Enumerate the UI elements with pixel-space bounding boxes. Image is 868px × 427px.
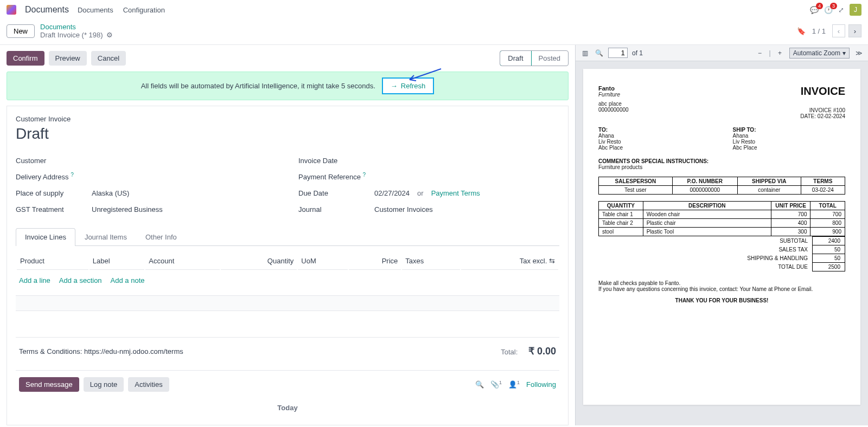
inv-ship-h: SHIP TO: xyxy=(733,127,846,133)
pdf-page-input[interactable] xyxy=(608,48,628,58)
attachment-icon[interactable]: 📎1 xyxy=(490,380,502,389)
inv-payable: Make all checks payable to Fanto. xyxy=(598,280,845,286)
pdf-body[interactable]: Fanto Furniture abc place 0000000000 INV… xyxy=(576,61,868,425)
inv-comments: Furniture products xyxy=(598,164,845,170)
terms-text[interactable]: Terms & Conditions: https://edu-nmj.odoo… xyxy=(19,347,183,355)
top-nav: Documents Configuration xyxy=(78,6,165,14)
add-note[interactable]: Add a note xyxy=(111,276,145,284)
gear-icon[interactable]: ⚙ xyxy=(106,31,113,39)
app-brand: Documents xyxy=(25,5,69,15)
field-due-date[interactable]: Due Date02/27/2024orPayment Terms xyxy=(298,185,559,201)
field-customer[interactable]: Customer xyxy=(16,152,277,169)
sidebar-toggle-icon[interactable]: ▥ xyxy=(580,49,590,57)
refresh-button[interactable]: →Refresh xyxy=(382,77,435,94)
pager-next[interactable]: › xyxy=(848,24,861,37)
add-line[interactable]: Add a line xyxy=(19,276,50,284)
inv-to-3: Abc Place xyxy=(598,145,711,151)
zoom-out-icon[interactable]: − xyxy=(755,49,765,57)
field-delivery[interactable]: Delivery Address ? xyxy=(16,169,277,185)
payment-terms-link[interactable]: Payment Terms xyxy=(431,189,480,197)
inv-ship-3: Abc Place xyxy=(733,145,846,151)
field-gst[interactable]: GST TreatmentUnregistered Business xyxy=(16,201,277,217)
messages-icon[interactable]: 💬4 xyxy=(810,6,819,14)
add-section[interactable]: Add a section xyxy=(59,276,102,284)
chatter-actions: Send message Log note Activities xyxy=(19,377,169,392)
inv-comments-h: COMMENTS OR SPECIAL INSTRUCTIONS: xyxy=(598,158,845,164)
col-quantity[interactable]: Quantity xyxy=(221,253,297,270)
ord-h-1: P.O. NUMBER xyxy=(672,177,737,186)
log-note-button[interactable]: Log note xyxy=(84,377,124,392)
send-message-button[interactable]: Send message xyxy=(19,377,79,392)
tab-invoice-lines[interactable]: Invoice Lines xyxy=(16,228,75,246)
field-journal[interactable]: JournalCustomer Invoices xyxy=(298,201,559,217)
pdf-page-of: of 1 xyxy=(632,49,643,57)
inv-ship-1: Ahana xyxy=(733,133,846,139)
lines-table: Product Label Account Quantity UoM Price… xyxy=(16,251,559,271)
line-row: Table chair 1Wooden chair700700 xyxy=(599,210,845,219)
nav-configuration[interactable]: Configuration xyxy=(123,6,165,14)
chatter-bar: Send message Log note Activities 🔍 📎1 👤1… xyxy=(16,370,559,398)
tab-journal-items[interactable]: Journal Items xyxy=(75,228,136,245)
pager: 🔖 1 / 1 ‹ › xyxy=(797,24,861,37)
pager-prev[interactable]: ‹ xyxy=(832,24,845,37)
field-payment-ref[interactable]: Payment Reference ? xyxy=(298,169,559,185)
ord-h-3: TERMS xyxy=(801,177,845,186)
line-row: Table chair 2Plastic chair400800 xyxy=(599,219,845,228)
col-taxexcl[interactable]: Tax excl. ⇆ xyxy=(461,253,558,270)
followers-icon[interactable]: 👤1 xyxy=(508,380,520,389)
expand-icon[interactable]: ⤢ xyxy=(838,6,844,14)
col-product[interactable]: Product xyxy=(17,253,88,270)
pdf-tools-icon[interactable]: ≫ xyxy=(854,49,864,57)
action-bar: Confirm Preview Cancel Draft Posted xyxy=(7,50,569,66)
tab-other-info[interactable]: Other Info xyxy=(136,228,186,245)
ord-h-2: SHIPPED VIA xyxy=(737,177,801,186)
col-uom[interactable]: UoM xyxy=(298,253,348,270)
topbar-right: 💬4 🕐3 ⤢ J xyxy=(810,4,861,16)
zoom-label: Automatic Zoom xyxy=(793,49,840,57)
cancel-button[interactable]: Cancel xyxy=(91,51,126,66)
nav-documents[interactable]: Documents xyxy=(78,6,113,14)
breadcrumb-root[interactable]: Documents xyxy=(40,23,76,31)
zoom-in-icon[interactable]: + xyxy=(775,49,785,57)
preview-button[interactable]: Preview xyxy=(49,51,87,66)
following-button[interactable]: Following xyxy=(526,380,556,389)
refresh-label: Refresh xyxy=(401,82,426,90)
col-taxes[interactable]: Taxes xyxy=(402,253,460,270)
activities-icon[interactable]: 🕐3 xyxy=(824,6,833,14)
inv-company: Fanto xyxy=(598,85,629,92)
col-account[interactable]: Account xyxy=(145,253,220,270)
form-panel: Confirm Preview Cancel Draft Posted All … xyxy=(0,45,575,425)
value-gst: Unregistered Business xyxy=(92,205,163,214)
status-posted[interactable]: Posted xyxy=(531,51,568,66)
new-button[interactable]: New xyxy=(7,24,35,38)
lh-2: UNIT PRICE xyxy=(771,202,810,210)
search-icon[interactable]: 🔍 xyxy=(475,380,484,389)
actions: Confirm Preview Cancel xyxy=(7,51,126,66)
inv-addr1: abc place xyxy=(598,101,629,107)
col-price[interactable]: Price xyxy=(349,253,401,270)
zoom-select[interactable]: Automatic Zoom▾ xyxy=(789,48,850,59)
field-place[interactable]: Place of supplyAlaska (US) xyxy=(16,185,277,201)
form-card: Customer Invoice Draft Customer Delivery… xyxy=(7,106,569,425)
activities-badge: 3 xyxy=(830,3,837,9)
total-label: Total: xyxy=(501,348,518,356)
ord-r-1: 0000000000 xyxy=(672,186,737,195)
field-invoice-date[interactable]: Invoice Date xyxy=(298,152,559,169)
col-label[interactable]: Label xyxy=(90,253,145,270)
adjust-icon[interactable]: ⇆ xyxy=(549,257,555,265)
form-grid: Customer Delivery Address ? Place of sup… xyxy=(16,152,559,217)
app-logo[interactable] xyxy=(7,5,16,15)
activities-button[interactable]: Activities xyxy=(128,377,169,392)
label-gst: GST Treatment xyxy=(16,205,92,214)
pdf-preview-panel: ▥ 🔍 of 1 − | + Automatic Zoom▾ ≫ Fanto F… xyxy=(575,45,868,425)
empty-spacer2 xyxy=(16,311,559,337)
user-avatar[interactable]: J xyxy=(850,4,861,16)
messages-badge: 4 xyxy=(816,3,823,9)
bookmark-icon[interactable]: 🔖 xyxy=(797,27,806,35)
confirm-button[interactable]: Confirm xyxy=(7,51,44,66)
main: Confirm Preview Cancel Draft Posted All … xyxy=(0,45,868,425)
inv-to-1: Ahana xyxy=(598,133,711,139)
pdf-search-icon[interactable]: 🔍 xyxy=(594,49,604,57)
status-draft[interactable]: Draft xyxy=(500,50,531,66)
inv-ship-2: Liv Resto xyxy=(733,139,846,145)
